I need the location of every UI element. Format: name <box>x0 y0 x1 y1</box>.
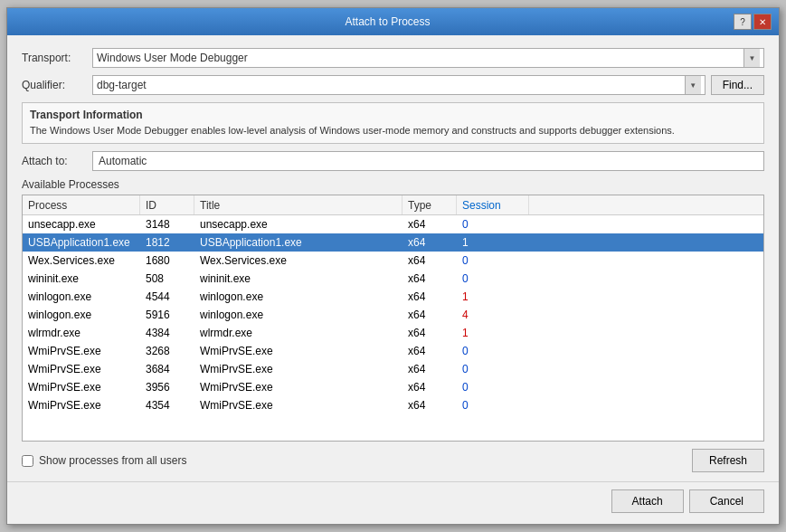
col-header-session: Session <box>457 195 529 214</box>
cell-id: 1680 <box>140 252 194 269</box>
find-button[interactable]: Find... <box>711 75 764 95</box>
close-button[interactable]: ✕ <box>753 14 772 30</box>
attach-to-row: Attach to: Automatic <box>22 151 764 171</box>
col-header-title: Title <box>194 195 402 214</box>
title-bar-controls: ? ✕ <box>734 14 772 30</box>
table-row[interactable]: Wex.Services.exe 1680 Wex.Services.exe x… <box>23 252 763 270</box>
cell-type: x64 <box>402 289 457 305</box>
show-all-checkbox[interactable] <box>22 455 33 467</box>
qualifier-row: Qualifier: dbg-target ▼ Find... <box>22 75 764 95</box>
table-row[interactable]: WmiPrvSE.exe 4354 WmiPrvSE.exe x64 0 <box>23 396 763 414</box>
cell-title: Wex.Services.exe <box>194 252 402 269</box>
cell-session: 0 <box>457 397 529 413</box>
qualifier-value: dbg-target <box>97 79 147 91</box>
show-all-row: Show processes from all users <box>22 454 186 467</box>
cell-type: x64 <box>402 252 457 269</box>
cell-process: wlrmdr.exe <box>23 325 140 341</box>
table-header: Process ID Title Type Session <box>23 195 763 215</box>
attach-to-label: Attach to: <box>22 155 85 167</box>
transport-combo[interactable]: Windows User Mode Debugger ▼ <box>92 48 764 68</box>
cell-process: WmiPrvSE.exe <box>23 379 140 395</box>
qualifier-control-wrapper: dbg-target ▼ Find... <box>92 75 764 95</box>
cell-process: WmiPrvSE.exe <box>23 361 140 377</box>
footer-buttons: Attach Cancel <box>7 481 779 524</box>
cell-id: 3956 <box>140 379 194 395</box>
cell-process: wininit.exe <box>23 271 140 287</box>
title-bar: Attach to Process ? ✕ <box>7 8 779 35</box>
cell-process: Wex.Services.exe <box>23 252 140 269</box>
table-row[interactable]: WmiPrvSE.exe 3956 WmiPrvSE.exe x64 0 <box>23 378 763 396</box>
table-row[interactable]: USBApplication1.exe 1812 USBApplication1… <box>23 233 763 252</box>
cell-session: 1 <box>457 289 529 305</box>
help-button[interactable]: ? <box>734 14 752 30</box>
cell-session: 1 <box>457 325 529 341</box>
qualifier-combo-arrow: ▼ <box>685 76 701 94</box>
cell-id: 4354 <box>140 397 194 413</box>
col-header-process: Process <box>23 195 140 214</box>
dialog-title: Attach to Process <box>42 15 734 28</box>
cell-title: WmiPrvSE.exe <box>194 379 402 395</box>
cell-session: 0 <box>457 343 529 359</box>
cell-id: 5916 <box>140 307 194 323</box>
transport-value: Windows User Mode Debugger <box>97 52 248 64</box>
cancel-button[interactable]: Cancel <box>689 489 764 513</box>
table-row[interactable]: WmiPrvSE.exe 3684 WmiPrvSE.exe x64 0 <box>23 360 763 378</box>
cell-title: winlogon.exe <box>194 289 402 305</box>
cell-title: wininit.exe <box>194 271 402 287</box>
cell-process: WmiPrvSE.exe <box>23 397 140 413</box>
cell-type: x64 <box>402 397 457 413</box>
cell-process: unsecapp.exe <box>23 216 140 233</box>
table-row[interactable]: winlogon.exe 5916 winlogon.exe x64 4 <box>23 306 763 324</box>
cell-title: winlogon.exe <box>194 307 402 323</box>
cell-title: unsecapp.exe <box>194 216 402 233</box>
cell-session: 0 <box>457 379 529 395</box>
bottom-row: Show processes from all users Refresh <box>22 449 764 472</box>
attach-to-value: Automatic <box>99 155 147 167</box>
table-row[interactable]: winlogon.exe 4544 winlogon.exe x64 1 <box>23 288 763 306</box>
cell-id: 3148 <box>140 216 194 233</box>
cell-session: 0 <box>457 252 529 269</box>
table-row[interactable]: wlrmdr.exe 4384 wlrmdr.exe x64 1 <box>23 324 763 342</box>
transport-info-box: Transport Information The Windows User M… <box>22 102 764 144</box>
table-body[interactable]: unsecapp.exe 3148 unsecapp.exe x64 0 USB… <box>23 215 763 441</box>
cell-type: x64 <box>402 234 457 251</box>
cell-session: 0 <box>457 216 529 233</box>
cell-title: USBApplication1.exe <box>194 234 402 251</box>
cell-title: WmiPrvSE.exe <box>194 343 402 359</box>
cell-type: x64 <box>402 343 457 359</box>
cell-id: 3268 <box>140 343 194 359</box>
cell-process: winlogon.exe <box>23 289 140 305</box>
process-table: Process ID Title Type Session unsecapp.e… <box>22 195 764 442</box>
col-header-id: ID <box>140 195 194 214</box>
available-processes-title: Available Processes <box>22 178 764 191</box>
table-row[interactable]: wininit.exe 508 wininit.exe x64 0 <box>23 270 763 288</box>
cell-session: 0 <box>457 271 529 287</box>
transport-combo-arrow: ▼ <box>743 49 760 67</box>
cell-title: wlrmdr.exe <box>194 325 402 341</box>
cell-process: winlogon.exe <box>23 307 140 323</box>
show-all-label: Show processes from all users <box>39 454 186 467</box>
transport-info-text: The Windows User Mode Debugger enables l… <box>30 124 756 138</box>
cell-id: 3684 <box>140 361 194 377</box>
col-header-type: Type <box>402 195 457 214</box>
cell-id: 4384 <box>140 325 194 341</box>
cell-title: WmiPrvSE.exe <box>194 361 402 377</box>
cell-type: x64 <box>402 379 457 395</box>
dialog-content: Transport: Windows User Mode Debugger ▼ … <box>7 35 779 481</box>
qualifier-combo[interactable]: dbg-target ▼ <box>92 75 706 95</box>
table-row[interactable]: unsecapp.exe 3148 unsecapp.exe x64 0 <box>23 215 763 233</box>
refresh-button[interactable]: Refresh <box>692 449 764 472</box>
cell-type: x64 <box>402 361 457 377</box>
cell-session: 4 <box>457 307 529 323</box>
cell-id: 4544 <box>140 289 194 305</box>
attach-to-process-dialog: Attach to Process ? ✕ Transport: Windows… <box>6 7 780 525</box>
cell-title: WmiPrvSE.exe <box>194 397 402 413</box>
cell-process: USBApplication1.exe <box>23 234 140 251</box>
table-row[interactable]: WmiPrvSE.exe 3268 WmiPrvSE.exe x64 0 <box>23 342 763 360</box>
attach-to-field[interactable]: Automatic <box>92 151 764 171</box>
available-processes-section: Available Processes Process ID Title Typ… <box>22 178 764 472</box>
attach-button[interactable]: Attach <box>611 489 684 513</box>
cell-session: 0 <box>457 361 529 377</box>
cell-id: 508 <box>140 271 194 287</box>
transport-info-title: Transport Information <box>30 109 756 121</box>
